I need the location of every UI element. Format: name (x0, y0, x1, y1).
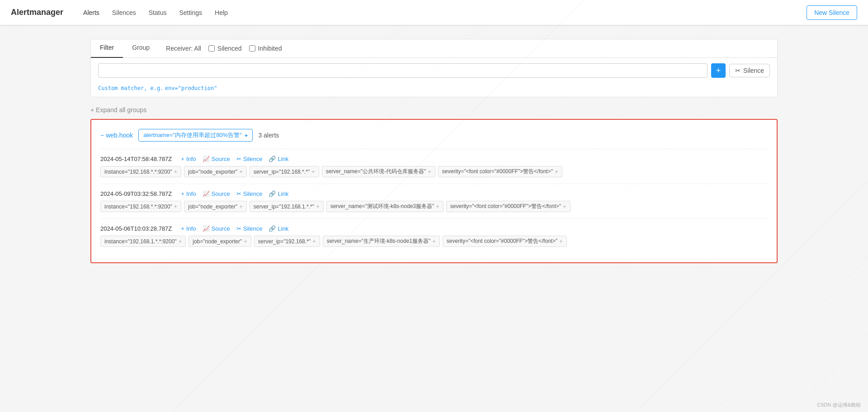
filter-options: Receiver: All Silenced Inhibited (159, 39, 289, 57)
list-item: server_ip="192.168.1.*.*" + (250, 201, 324, 212)
navbar-right: New Silence (807, 5, 857, 20)
silence-icon-3: ✂ (236, 225, 241, 232)
filter-tabs: Filter Group Receiver: All Silenced Inhi… (91, 39, 777, 58)
silence-button-1[interactable]: ✂ Silence (236, 156, 263, 162)
tag-add-icon[interactable]: + (555, 168, 558, 175)
hint-example-text: env="production" (165, 85, 217, 91)
tag-add-icon[interactable]: + (316, 203, 320, 210)
nav-status[interactable]: Status (143, 6, 172, 19)
link-icon-1: 🔗 (269, 156, 276, 162)
list-item: instance="192.168.1.*.*:9200" + (100, 236, 186, 247)
info-button-1[interactable]: + Info (181, 156, 196, 162)
info-plus-icon-2: + (181, 190, 184, 197)
alert-tags-2: instance="192.168.*.*:9200" + job="node_… (100, 201, 768, 212)
new-silence-button[interactable]: New Silence (807, 5, 857, 20)
list-item: server_ip="192.168.*" + (254, 236, 320, 247)
tag-add-icon[interactable]: + (432, 238, 436, 245)
tag-add-icon[interactable]: + (312, 238, 316, 245)
list-item: instance="192.168.*.*:9200" + (100, 166, 181, 177)
tab-filter[interactable]: Filter (91, 39, 123, 58)
alert-actions-2: + Info 📈 Source ✂ Silence 🔗 Link (181, 190, 288, 197)
alert-item: 2024-05-09T03:32:58.787Z + Info 📈 Source… (100, 184, 768, 218)
alert-actions-3: + Info 📈 Source ✂ Silence 🔗 Link (181, 225, 288, 232)
silence-button-3[interactable]: ✂ Silence (236, 225, 263, 232)
list-item: severity="<font color="#0000FF">警告</font… (446, 201, 571, 212)
main-content: Filter Group Receiver: All Silenced Inhi… (0, 25, 868, 284)
alert-item: 2024-05-14T07:58:48.787Z + Info 📈 Source… (100, 149, 768, 184)
nav-links: Alerts Silences Status Settings Help (78, 6, 233, 19)
source-button-2[interactable]: 📈 Source (203, 190, 230, 197)
link-button-1[interactable]: 🔗 Link (269, 156, 288, 162)
silence-icon: ✂ (735, 67, 741, 74)
silence-filter-label: Silence (743, 67, 764, 74)
group-header: − web.hook alertname="内存使用率超过80%告警" + 3 … (100, 129, 768, 142)
alert-timestamp-1: 2024-05-14T07:58:48.787Z + Info 📈 Source… (100, 156, 768, 162)
tag-add-icon[interactable]: + (174, 203, 178, 210)
source-icon-3: 📈 (203, 225, 210, 232)
tag-add-icon[interactable]: + (174, 168, 178, 175)
alert-timestamp-3: 2024-05-06T10:03:28.787Z + Info 📈 Source… (100, 225, 768, 232)
alert-actions-1: + Info 📈 Source ✂ Silence 🔗 Link (181, 156, 288, 162)
group-count: 3 alerts (258, 132, 279, 139)
tag-add-icon[interactable]: + (239, 203, 243, 210)
tag-add-icon[interactable]: + (436, 203, 439, 210)
tag-add-icon[interactable]: + (428, 168, 431, 175)
list-item: server_name="公共环境-代码仓库服务器" + (322, 166, 435, 177)
silence-filter-button[interactable]: ✂ Silence (729, 64, 770, 77)
nav-help[interactable]: Help (209, 6, 233, 19)
tag-add-icon[interactable]: + (179, 238, 182, 245)
nav-alerts[interactable]: Alerts (78, 6, 105, 19)
filter-panel: Filter Group Receiver: All Silenced Inhi… (90, 39, 778, 97)
list-item: instance="192.168.*.*:9200" + (100, 201, 181, 212)
filter-tag-plus: + (245, 132, 248, 139)
source-icon-2: 📈 (203, 190, 210, 197)
tag-add-icon[interactable]: + (239, 168, 243, 175)
alert-tags-1: instance="192.168.*.*:9200" + job="node_… (100, 166, 768, 177)
link-button-3[interactable]: 🔗 Link (269, 225, 288, 232)
list-item: job="node_exporter" + (184, 201, 247, 212)
search-bar-row: + ✂ Silence (91, 58, 777, 83)
receiver-name[interactable]: web.hook (106, 132, 133, 139)
tag-add-icon[interactable]: + (311, 168, 315, 175)
group-filter-tag: alertname="内存使用率超过80%告警" + (138, 129, 253, 142)
inhibited-checkbox[interactable] (249, 45, 255, 52)
inhibited-checkbox-label[interactable]: Inhibited (249, 45, 282, 52)
receiver-label: Receiver: All (166, 45, 201, 52)
add-filter-button[interactable]: + (711, 63, 726, 78)
info-button-2[interactable]: + Info (181, 190, 196, 197)
list-item: job="node_exporter" + (184, 166, 247, 177)
filter-tag-text: alertname="内存使用率超过80%告警" (143, 131, 242, 139)
silenced-checkbox-label[interactable]: Silenced (208, 45, 242, 52)
silence-button-2[interactable]: ✂ Silence (236, 190, 263, 197)
source-button-3[interactable]: 📈 Source (203, 225, 230, 232)
list-item: job="node_exporter" + (189, 236, 251, 247)
silence-icon-1: ✂ (236, 156, 241, 162)
hint-main-text: Custom matcher, e.g. (98, 85, 164, 91)
info-plus-icon: + (181, 156, 184, 162)
tag-add-icon[interactable]: + (563, 203, 566, 210)
list-item: server_name="测试环境-k8s-node3服务器" + (326, 201, 443, 212)
group-receiver: − web.hook (100, 132, 133, 139)
navbar: Alertmanager Alerts Silences Status Sett… (0, 0, 868, 25)
hint-text: Custom matcher, e.g. env="production" (91, 83, 777, 97)
source-icon-1: 📈 (203, 156, 210, 162)
link-icon-2: 🔗 (269, 190, 276, 197)
silence-icon-2: ✂ (236, 190, 241, 197)
tag-add-icon[interactable]: + (244, 238, 247, 245)
silenced-checkbox[interactable] (208, 45, 215, 52)
expand-all-groups[interactable]: + Expand all groups (90, 104, 146, 119)
alert-group: − web.hook alertname="内存使用率超过80%告警" + 3 … (90, 119, 778, 263)
brand-label: Alertmanager (11, 8, 63, 17)
info-button-3[interactable]: + Info (181, 225, 196, 232)
nav-settings[interactable]: Settings (174, 6, 208, 19)
tag-add-icon[interactable]: + (559, 238, 563, 245)
nav-silences[interactable]: Silences (107, 6, 142, 19)
receiver-prefix: − (100, 132, 104, 139)
list-item: server_ip="192.168.*.*" + (250, 166, 319, 177)
link-button-2[interactable]: 🔗 Link (269, 190, 288, 197)
list-item: server_name="生产环境-k8s-node1服务器" + (323, 236, 440, 247)
source-button-1[interactable]: 📈 Source (203, 156, 230, 162)
alert-item: 2024-05-06T10:03:28.787Z + Info 📈 Source… (100, 218, 768, 253)
search-input[interactable] (98, 63, 708, 78)
tab-group[interactable]: Group (123, 39, 159, 58)
